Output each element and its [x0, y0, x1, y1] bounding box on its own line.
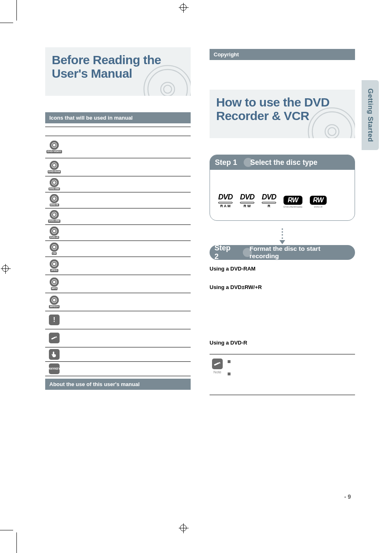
registration-mark [180, 4, 187, 11]
registration-mark [2, 265, 9, 272]
table-row: ! [45, 311, 191, 329]
desc-cell [96, 224, 191, 241]
section-bar-icons: Icons that will be used in manual [45, 112, 191, 123]
disc-icon: DVD+R [49, 227, 60, 239]
table-row [45, 329, 191, 347]
hero-title-r-line2: Recorder & VCR [216, 109, 309, 123]
th-term [63, 127, 96, 136]
icon-cell: JPEG [45, 257, 63, 275]
section-tab: Getting Started [362, 80, 379, 150]
table-row [45, 347, 191, 361]
desc-cell [96, 275, 191, 293]
right-column: Copyright How to use the DVD Recorder & … [210, 47, 355, 395]
icon-cell: CD [45, 241, 63, 257]
logo-text: DVD [218, 193, 233, 201]
term-cell [63, 361, 96, 376]
icon-cell: DVD-VIDEO [45, 136, 63, 158]
subhead-dvd-ram: Using a DVD-RAM [210, 266, 355, 272]
crop-mark [16, 532, 17, 553]
caution-icon: ! [49, 315, 60, 325]
term-cell [63, 158, 96, 176]
logo-sub: R W [240, 204, 254, 208]
logo-text: DVD [240, 193, 254, 201]
logo-dvd-plusr: RW DVD+R [310, 196, 327, 208]
icon-cell: ! [45, 311, 63, 329]
desc-cell [96, 241, 191, 257]
note-icon [49, 333, 60, 343]
table-row: ANYKEY [45, 361, 191, 376]
logo-sub: R A M [218, 204, 233, 208]
one-touch-icon [49, 349, 60, 360]
th-icon [45, 127, 63, 136]
subhead-dvd-r: Using a DVD-R [210, 340, 355, 346]
table-row: DVD-RW [45, 176, 191, 192]
step-connector-arrow-icon: •••• [210, 228, 355, 244]
note-label: Note [212, 370, 223, 374]
logo-dvd-ram: DVD R A M [218, 193, 233, 208]
crop-mark [16, 0, 17, 21]
term-cell [63, 257, 96, 275]
desc-cell [96, 176, 191, 192]
disc-icon: DVD-RW [48, 178, 60, 190]
table-row: DVD-RAM [45, 158, 191, 176]
crop-mark [0, 23, 13, 23]
logo-sub: DVD+R [310, 206, 327, 208]
table-row: MP3 [45, 275, 191, 293]
anykey-icon: ANYKEY [49, 363, 60, 374]
logo-dvd-r: DVD R [262, 193, 276, 208]
icon-cell: MPEG4 [45, 293, 63, 311]
step1-body: DVD R A M DVD R W DVD [210, 170, 355, 220]
term-cell [63, 192, 96, 208]
disc-icon: MP3 [50, 278, 59, 290]
term-cell [63, 208, 96, 224]
left-column: Before Reading the User's Manual Icons t… [45, 47, 191, 395]
step1-num: Step 1 [215, 158, 243, 167]
desc-cell [96, 293, 191, 311]
disc-decor-icon [143, 65, 191, 96]
term-cell [63, 241, 96, 257]
note-bullets [228, 359, 353, 383]
table-row: JPEG [45, 257, 191, 275]
term-cell [63, 224, 96, 241]
hero-left: Before Reading the User's Manual [45, 47, 191, 96]
desc-cell [96, 311, 191, 329]
note-icon [212, 359, 223, 369]
svg-point-2 [161, 82, 175, 96]
logo-text: RW [284, 196, 302, 205]
logo-text: DVD [262, 193, 276, 201]
svg-point-0 [144, 65, 191, 96]
icons-table: DVD-VIDEODVD-RAMDVD-RWDVD-RDVD+RWDVD+RCD… [45, 127, 191, 376]
desc-cell [96, 361, 191, 376]
icon-cell: DVD-RAM [45, 158, 63, 176]
note-box: Note [210, 354, 355, 395]
section-bar-about: About the use of this user's manual [45, 379, 191, 390]
desc-cell [96, 329, 191, 347]
hero-right: How to use the DVD Recorder & VCR [210, 90, 355, 138]
disc-icon: DVD+RW [48, 210, 60, 222]
disc-icon: CD [50, 243, 59, 255]
step1-head: Step 1 Select the disc type [210, 155, 355, 170]
icon-cell [45, 329, 63, 347]
logo-dvd-plusrw: RW DVD+ReWritable [284, 196, 302, 208]
term-cell [63, 293, 96, 311]
section-bar-copyright: Copyright [210, 49, 355, 60]
step2-bubble: Step 2 Format the disc to start recordin… [210, 245, 355, 260]
desc-cell [96, 257, 191, 275]
logo-sub: DVD+ReWritable [284, 206, 302, 208]
term-cell [63, 347, 96, 361]
icon-cell: DVD-R [45, 192, 63, 208]
icon-cell: MP3 [45, 275, 63, 293]
disc-icon: MPEG4 [49, 296, 59, 308]
desc-cell [96, 208, 191, 224]
term-cell [63, 136, 96, 158]
icon-cell: DVD+RW [45, 208, 63, 224]
svg-point-7 [328, 127, 336, 135]
icon-cell [45, 347, 63, 361]
section-tab-label: Getting Started [366, 88, 374, 142]
step2-head: Step 2 Format the disc to start recordin… [210, 245, 355, 260]
logo-text: RW [310, 196, 327, 205]
table-row: DVD-R [45, 192, 191, 208]
table-row: DVD+RW [45, 208, 191, 224]
disc-icon: JPEG [50, 259, 59, 272]
term-cell [63, 176, 96, 192]
